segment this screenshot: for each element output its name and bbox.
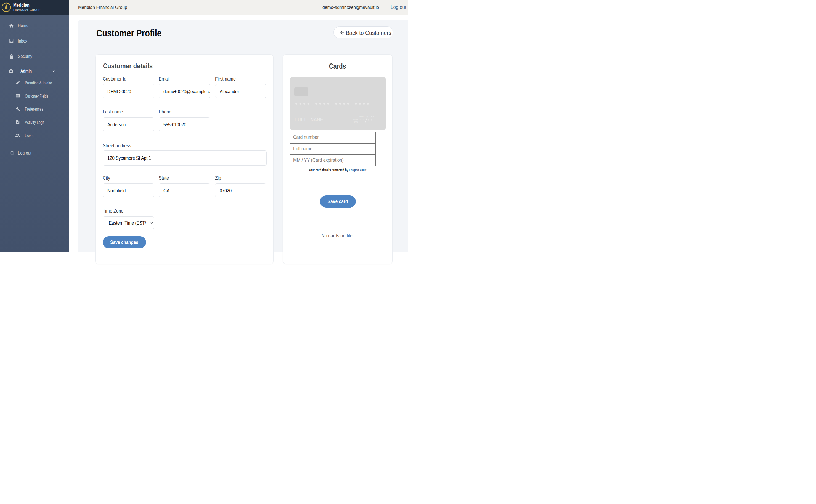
svg-text:FULL NAME: FULL NAME xyxy=(294,117,323,123)
svg-text:thru: thru xyxy=(354,121,358,123)
svg-text:MONTH/YEAR: MONTH/YEAR xyxy=(359,115,374,118)
